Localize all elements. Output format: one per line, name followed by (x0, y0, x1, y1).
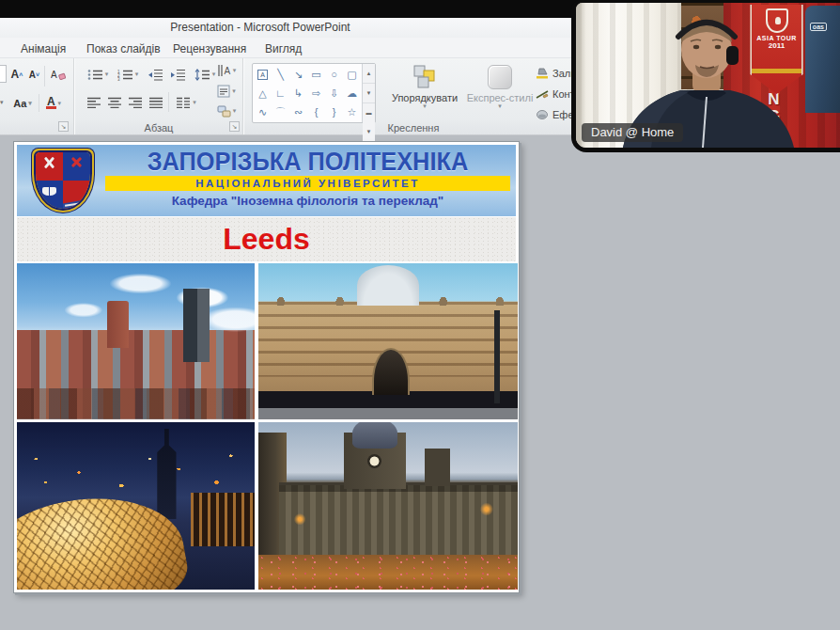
webcam-name-label: David @ Home (582, 123, 683, 142)
slide-canvas[interactable]: ЗАПОРІЗЬКА ПОЛІТЕХНІКА НАЦІОНАЛЬНИЙ УНІВ… (13, 141, 520, 593)
webcam-overlay[interactable]: ONG ASIA TOUR 2011 oas (571, 0, 840, 152)
shape-right-arrow-icon[interactable]: ⇨ (307, 84, 325, 102)
shape-elbow-arrow-icon[interactable]: ↳ (289, 84, 307, 102)
photo-leeds-skyline-day[interactable] (17, 263, 255, 419)
slide-title-box[interactable]: Leeds (17, 217, 516, 261)
art-traffic-light-pole (494, 310, 500, 404)
shape-cloud-icon[interactable]: ☁ (343, 84, 361, 102)
svg-text:A: A (224, 66, 230, 76)
justify-button[interactable] (147, 92, 165, 113)
tab-animations[interactable]: Анімація (15, 40, 71, 57)
slide-university-header[interactable]: ЗАПОРІЗЬКА ПОЛІТЕХНІКА НАЦІОНАЛЬНИЙ УНІВ… (17, 145, 516, 216)
shape-fill-icon (536, 68, 549, 79)
shape-curve-icon[interactable]: ∾ (289, 102, 307, 121)
shape-effects-icon (536, 109, 549, 120)
arrange-icon (412, 65, 437, 89)
align-text-button[interactable] (212, 82, 241, 101)
decrease-indent-button[interactable] (145, 64, 165, 85)
text-direction-button[interactable]: A (212, 61, 241, 80)
university-crest-logo (32, 149, 94, 213)
columns-button[interactable] (173, 92, 199, 113)
shapes-scroll-up-icon[interactable]: ▲ (363, 64, 375, 84)
market-arch-sign: MARKET (372, 358, 406, 364)
shapes-gallery-scrollbar: ▲ ▼ ▬▼ (362, 64, 375, 122)
shape-left-brace-icon[interactable]: { (307, 102, 325, 121)
shape-star-icon[interactable]: ☆ (343, 102, 361, 121)
shape-down-arrow-icon[interactable]: ⇩ (325, 84, 343, 102)
align-center-button[interactable] (105, 92, 124, 113)
shape-oval-icon[interactable]: ○ (325, 65, 343, 84)
art-church-spire (157, 429, 176, 519)
shape-rounded-rect-icon[interactable]: ▢ (343, 65, 361, 84)
shrink-font-button[interactable]: A˅ (26, 65, 42, 84)
webcam-video: ONG ASIA TOUR 2011 oas (576, 3, 840, 148)
shape-arrow-line-icon[interactable]: ↘ (289, 65, 307, 84)
slide-photo-grid: MARKET (17, 263, 516, 590)
bullets-button[interactable] (85, 64, 111, 85)
photo-leeds-night-aerial[interactable] (17, 422, 255, 590)
screen: Presentation - Microsoft PowerPoint Анім… (0, 0, 840, 630)
university-name: ЗАПОРІЗЬКА ПОЛІТЕХНІКА (116, 148, 500, 177)
shape-outline-icon (536, 88, 549, 100)
ribbon-group-font: A˄ A˅ A ▾ Aa A ↘ (0, 58, 74, 134)
shape-right-brace-icon[interactable]: } (325, 102, 343, 121)
art-lit-building (191, 493, 255, 546)
shape-rectangle-icon[interactable]: ▭ (307, 65, 325, 84)
grow-font-button[interactable]: A˄ (8, 65, 25, 84)
window-title: Presentation - Microsoft PowerPoint (170, 21, 350, 34)
drawing-group-label: Креслення (244, 122, 583, 134)
change-case-button[interactable]: Aa (10, 94, 35, 112)
crest-shield (34, 150, 92, 211)
align-right-button[interactable] (126, 92, 145, 113)
font-combo-caret-remnant[interactable]: ▾ (0, 93, 8, 111)
photo-leeds-town-hall[interactable] (258, 422, 518, 590)
tab-slideshow[interactable]: Показ слайдів (81, 40, 166, 57)
quick-styles-button[interactable]: Експрес-стилі ▾ (466, 61, 534, 129)
quick-styles-icon (488, 65, 512, 89)
slide-title: Leeds (223, 222, 309, 257)
clear-formatting-icon[interactable]: A (48, 65, 69, 84)
shape-arc-icon[interactable]: ⌒ (272, 102, 289, 121)
shape-text-box-icon[interactable]: A (254, 65, 272, 84)
shapes-scroll-down-icon[interactable]: ▼ (363, 84, 375, 103)
font-color-button[interactable]: A (42, 94, 65, 112)
font-dialog-launcher[interactable]: ↘ (58, 121, 69, 132)
convert-smartart-button[interactable] (212, 102, 241, 120)
tab-review[interactable]: Рецензування (167, 40, 252, 57)
tab-view[interactable]: Вигляд (259, 40, 307, 57)
font-size-combo-remnant[interactable] (0, 65, 7, 83)
shape-elbow-connector-icon[interactable]: ∟ (272, 84, 289, 102)
photo-kirkgate-market[interactable]: MARKET (258, 263, 518, 419)
shapes-gallery-cells: A ╲ ↘ ▭ ○ ▢ △ ∟ ↳ ⇨ ⇩ ☁ ∿ ⌒ ∾ { } (253, 64, 362, 122)
svg-text:A: A (51, 70, 57, 80)
shape-line-icon[interactable]: ╲ (272, 65, 289, 84)
increase-indent-button[interactable] (167, 64, 188, 85)
align-left-button[interactable] (85, 92, 103, 113)
art-market-roofline (266, 285, 512, 306)
numbering-button[interactable]: 123 (115, 64, 141, 85)
university-subtitle: НАЦІОНАЛЬНИЙ УНІВЕРСИТЕТ (195, 178, 420, 189)
paragraph-group-label: Абзац (75, 122, 242, 134)
arrange-button[interactable]: Упорядкувати ▾ (387, 61, 462, 129)
crest-book-quarter (36, 181, 63, 209)
paragraph-dialog-launcher[interactable]: ↘ (229, 121, 240, 132)
art-brick-tower (107, 301, 129, 348)
shape-scribble-icon[interactable]: ∿ (254, 102, 272, 121)
editing-workspace[interactable]: ЗАПОРІЗЬКА ПОЛІТЕХНІКА НАЦІОНАЛЬНИЙ УНІВ… (0, 136, 840, 630)
art-street-lamps (258, 422, 518, 590)
ribbon-group-paragraph: 123 (75, 58, 243, 134)
shape-triangle-icon[interactable]: △ (254, 84, 272, 102)
crest-hammers-quarter (36, 152, 63, 181)
crest-dam-quarter (63, 181, 90, 209)
department-name: Кафедра "Іноземна філологія та переклад" (103, 194, 512, 208)
svg-text:3: 3 (117, 76, 120, 81)
crest-cross-quarter (63, 152, 90, 181)
shapes-gallery: A ╲ ↘ ▭ ○ ▢ △ ∟ ↳ ⇨ ⇩ ☁ ∿ ⌒ ∾ { } (252, 63, 376, 123)
university-subtitle-band: НАЦІОНАЛЬНИЙ УНІВЕРСИТЕТ (105, 176, 510, 191)
